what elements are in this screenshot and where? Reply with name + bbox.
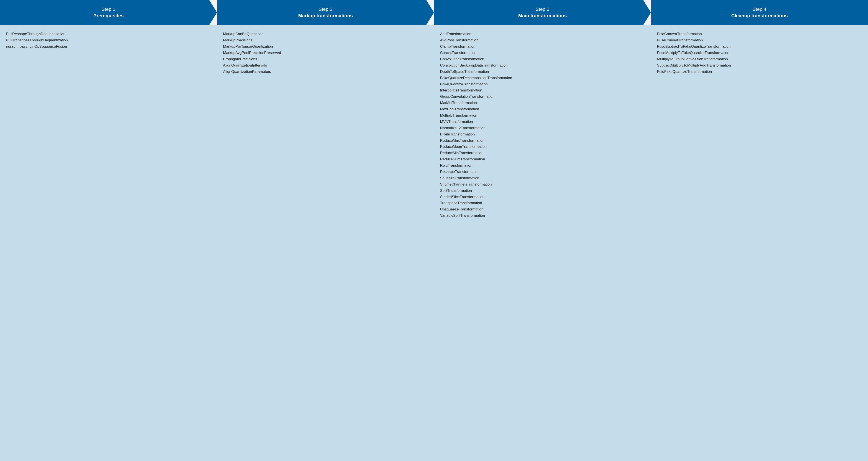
step-1-item-2: PullTransposeThroughDequantization (6, 37, 212, 43)
step-3-item-14: MultiplyTransformation (440, 112, 646, 119)
step-header-1: Step 1Prerequisites (0, 0, 217, 25)
step-3-item-8: FakeQuantizeDecompositionTransformation (440, 75, 646, 81)
step-num-3: Step 3 (536, 6, 550, 12)
step-3-item-26: SplitTransformation (440, 188, 646, 194)
step-3-item-19: ReduceMeanTransformation (440, 144, 646, 150)
step-header-2: Step 2Markup transformations (217, 0, 434, 25)
step-3-item-28: TransposeTransformation (440, 200, 646, 206)
step-3-item-1: AddTransformation (440, 31, 646, 37)
step-4-item-3: FuseSubtractToFakeQuantizeTransformation (657, 43, 863, 50)
step-header-3: Step 3Main transformations (434, 0, 651, 25)
step-3-item-3: ClampTransformation (440, 43, 646, 50)
step-3-item-16: NormalizeL2Transformation (440, 125, 646, 131)
step-3-item-10: InterpolateTransformation (440, 87, 646, 94)
step-3-item-12: MatMulTransformation (440, 100, 646, 106)
step-2-item-1: MarkupCanBeQuantized (223, 31, 429, 37)
step-col-3: Step 3Main transformationsAddTransformat… (434, 0, 651, 461)
step-2-item-2: MarkupPrecisions (223, 37, 429, 43)
step-3-item-29: UnsqueezeTransformation (440, 206, 646, 212)
step-2-item-5: PropagatePrecisions (223, 56, 429, 62)
step-4-item-2: FuseConvertTransformation (657, 37, 863, 43)
step-body-1: PullReshapeThroughDequantizationPullTran… (0, 25, 217, 461)
step-4-item-4: FuseMultiplyToFakeQuantizeTransformation (657, 50, 863, 56)
step-3-item-4: ConcatTransformation (440, 50, 646, 56)
step-header-4: Step 4Cleanup transformations (651, 0, 868, 25)
step-3-item-17: PReluTransformation (440, 131, 646, 138)
step-num-4: Step 4 (752, 6, 767, 12)
step-col-4: Step 4Cleanup transformationsFoldConvert… (651, 0, 868, 461)
step-name-1: Prerequisites (93, 12, 123, 19)
step-3-item-25: ShuffleChannelsTransformation (440, 182, 646, 188)
step-3-item-18: ReduceMaxTransformation (440, 138, 646, 144)
step-body-4: FoldConvertTransformationFuseConvertTran… (651, 25, 868, 461)
step-2-item-7: AlignQuantizationParameters (223, 69, 429, 75)
step-col-2: Step 2Markup transformationsMarkupCanBeQ… (217, 0, 434, 461)
step-3-item-24: SqueezeTransformation (440, 175, 646, 182)
step-2-item-4: MarkupAvgPoolPrecisionPreserved (223, 50, 429, 56)
step-3-item-9: FakeQuantizeTransformation (440, 81, 646, 88)
step-3-item-30: VariadicSplitTransformation (440, 212, 646, 219)
step-3-item-11: GroupConvolutionTransformation (440, 94, 646, 100)
step-3-item-23: ReshapeTransformation (440, 169, 646, 175)
step-3-item-21: ReduceSumTransformation (440, 156, 646, 163)
step-1-item-1: PullReshapeThroughDequantization (6, 31, 212, 37)
step-3-item-5: ConvolutionTransformation (440, 56, 646, 62)
step-name-3: Main transformations (518, 12, 567, 19)
step-name-4: Cleanup transformations (731, 12, 788, 19)
step-num-2: Step 2 (319, 6, 333, 12)
step-3-item-7: DepthToSpaceTransformation (440, 69, 646, 75)
step-body-3: AddTransformationAvgPoolTransformationCl… (434, 25, 651, 461)
step-3-item-22: ReluTransformation (440, 163, 646, 169)
pipeline-diagram: Step 1PrerequisitesPullReshapeThroughDeq… (0, 0, 868, 461)
step-body-2: MarkupCanBeQuantizedMarkupPrecisionsMark… (217, 25, 434, 461)
step-col-1: Step 1PrerequisitesPullReshapeThroughDeq… (0, 0, 217, 461)
step-3-item-6: ConvolutionBackpropDataTransformation (440, 62, 646, 69)
step-4-item-7: FoldFakeQuantizeTransformation (657, 69, 863, 75)
step-4-item-5: MultiplyToGroupConvolutionTransformation (657, 56, 863, 62)
step-3-item-15: MVNTransformation (440, 119, 646, 125)
step-3-item-2: AvgPoolTransformation (440, 37, 646, 43)
step-3-item-20: ReduceMinTransformation (440, 150, 646, 156)
step-4-item-6: SubtractMultiplyToMultiplyAddTransformat… (657, 62, 863, 69)
step-num-1: Step 1 (101, 6, 116, 12)
step-4-item-1: FoldConvertTransformation (657, 31, 863, 37)
step-1-item-3: ngraph::pass::LinOpSequenceFusion (6, 43, 212, 50)
step-2-item-6: AlignQuantizationInttervals (223, 62, 429, 69)
step-3-item-27: StridedSliceTransformation (440, 194, 646, 200)
step-3-item-13: MaxPoolTransformation (440, 106, 646, 112)
step-name-2: Markup transformations (298, 12, 353, 19)
step-2-item-3: MarkupPerTensorQuantization (223, 43, 429, 50)
